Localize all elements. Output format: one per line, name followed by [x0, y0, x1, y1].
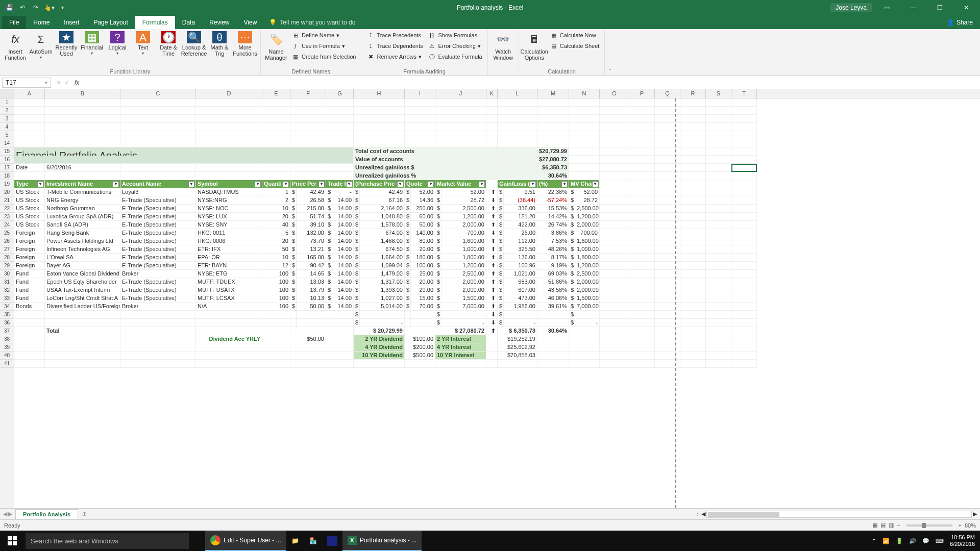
table-cell[interactable]: 7,000.00 — [442, 303, 486, 311]
table-cell[interactable]: Fund — [14, 270, 45, 278]
table-cell[interactable]: HKG: 0011 — [196, 229, 262, 237]
table-cell[interactable]: - — [504, 311, 537, 319]
table-cell[interactable]: $ — [435, 286, 442, 294]
table-cell[interactable]: Broker — [120, 270, 196, 278]
row-header-38[interactable]: 38 — [0, 335, 14, 343]
table-cell[interactable]: $ — [435, 311, 442, 319]
row-header-35[interactable]: 35 — [0, 311, 14, 319]
table-cell[interactable]: N/A — [196, 303, 262, 311]
table-cell[interactable]: US Stock — [14, 205, 45, 213]
table-cell[interactable]: $ — [569, 262, 575, 270]
table-cell[interactable]: 1,986.00 — [504, 303, 537, 311]
table-cell[interactable]: 1,200.00 — [442, 262, 486, 270]
tab-data[interactable]: Data — [175, 16, 202, 29]
table-cell[interactable]: 5 — [262, 229, 290, 237]
table-cell[interactable]: Fund — [14, 294, 45, 303]
table-cell[interactable]: E-Trade (Speculative) — [120, 294, 196, 303]
row-header-4[interactable]: 4 — [0, 123, 14, 131]
table-cell[interactable]: 42.49 — [297, 188, 326, 196]
table-cell[interactable]: 1,200.00 — [442, 213, 486, 221]
table-cell[interactable]: $ — [354, 270, 360, 278]
taskbar-app[interactable] — [322, 531, 342, 551]
zoom-level[interactable]: 80% — [965, 522, 976, 529]
table-cell[interactable]: NRG Energy — [45, 196, 120, 205]
table-cell[interactable]: MUTF: USATX — [196, 286, 262, 294]
table-cell[interactable]: $ — [354, 237, 360, 245]
remove-arrows-button[interactable]: ✖Remove Arrows ▾ — [364, 52, 425, 62]
table-cell[interactable]: $ — [290, 270, 297, 278]
table-cell[interactable]: $ — [405, 213, 411, 221]
table-cell[interactable]: 2,500.00 — [442, 205, 486, 213]
table-cell[interactable]: $ — [435, 303, 442, 311]
table-cell[interactable]: 136.00 — [504, 254, 537, 262]
table-cell[interactable]: $ — [405, 188, 411, 196]
table-header[interactable]: Quanti▾ — [262, 180, 290, 188]
table-header[interactable]: Trade Fe▾ — [326, 180, 354, 188]
row-header-16[interactable]: 16 — [0, 156, 14, 164]
col-header-D[interactable]: D — [196, 89, 262, 98]
table-cell[interactable]: $ — [569, 213, 575, 221]
table-cell[interactable]: MUTF: TDUEX — [196, 278, 262, 286]
table-cell[interactable]: 2,000.00 — [442, 278, 486, 286]
table-cell[interactable]: 14.00 — [332, 245, 354, 254]
table-cell[interactable]: ⬆ — [486, 294, 498, 303]
filter-dropdown-icon[interactable]: ▾ — [318, 181, 325, 187]
table-cell[interactable]: - — [504, 319, 537, 327]
table-cell[interactable]: $ — [326, 286, 332, 294]
add-sheet-icon[interactable]: ⊕ — [78, 509, 91, 519]
table-cell[interactable]: $ — [435, 213, 442, 221]
table-cell[interactable]: Bonds — [14, 303, 45, 311]
table-cell[interactable]: NYSE: ETG — [196, 270, 262, 278]
filter-dropdown-icon[interactable]: ▾ — [592, 181, 598, 187]
table-cell[interactable]: - — [360, 311, 405, 319]
table-cell[interactable]: $ — [326, 262, 332, 270]
table-cell[interactable]: US Stock — [14, 213, 45, 221]
table-cell[interactable]: - — [575, 319, 600, 327]
table-cell[interactable]: $ — [290, 213, 297, 221]
row-header-30[interactable]: 30 — [0, 270, 14, 278]
table-cell[interactable] — [332, 319, 354, 327]
table-header[interactable] — [486, 180, 498, 188]
table-cell[interactable]: 20.00 — [411, 278, 435, 286]
table-cell[interactable]: $ — [354, 311, 360, 319]
undo-icon[interactable]: ↶ — [16, 2, 29, 14]
table-cell[interactable]: 1,099.04 — [360, 262, 405, 270]
table-cell[interactable] — [262, 319, 290, 327]
table-cell[interactable]: 100.00 — [411, 262, 435, 270]
table-cell[interactable]: 14.00 — [332, 221, 354, 229]
row-header-19[interactable]: 19 — [0, 180, 14, 188]
table-cell[interactable]: $ — [290, 303, 297, 311]
row-header-18[interactable]: 18 — [0, 172, 14, 180]
table-cell[interactable]: 60.00 — [411, 213, 435, 221]
table-cell[interactable]: Loyal3 — [120, 188, 196, 196]
taskbar-clock[interactable]: 10:56 PM6/20/2016 — [950, 534, 975, 547]
table-cell[interactable]: 2,000.00 — [442, 221, 486, 229]
table-cell[interactable]: $ — [569, 229, 575, 237]
table-cell[interactable]: 26.58 — [297, 196, 326, 205]
table-cell[interactable]: ⬇ — [486, 311, 498, 319]
table-cell[interactable]: $ — [405, 245, 411, 254]
table-cell[interactable]: ETR: IFX — [196, 245, 262, 254]
watch-window-button[interactable]: 👓Watch Window — [491, 30, 516, 62]
table-cell[interactable]: $ — [435, 221, 442, 229]
table-cell[interactable]: $ — [498, 311, 504, 319]
table-cell[interactable]: Fund — [14, 286, 45, 294]
table-cell[interactable]: $ — [498, 319, 504, 327]
table-cell[interactable]: $ — [326, 196, 332, 205]
touch-mode-icon[interactable]: 👆▾ — [43, 2, 55, 14]
calculation-options-button[interactable]: 🖩Calculation Options — [522, 30, 547, 62]
calculate-now-button[interactable]: ▦Calculate Now — [548, 30, 602, 40]
table-cell[interactable]: $ — [569, 286, 575, 294]
save-icon[interactable]: 💾 — [3, 2, 15, 14]
table-cell[interactable]: 50.00 — [411, 221, 435, 229]
table-cell[interactable]: $ — [326, 213, 332, 221]
table-cell[interactable] — [196, 311, 262, 319]
table-cell[interactable]: $ — [405, 262, 411, 270]
formula-input[interactable] — [81, 78, 980, 87]
table-cell[interactable]: $ — [354, 213, 360, 221]
table-cell[interactable]: 3.86% — [537, 229, 569, 237]
table-cell[interactable]: 140.00 — [411, 229, 435, 237]
table-cell[interactable] — [411, 319, 435, 327]
table-cell[interactable]: $ — [290, 294, 297, 303]
table-cell[interactable] — [45, 311, 120, 319]
